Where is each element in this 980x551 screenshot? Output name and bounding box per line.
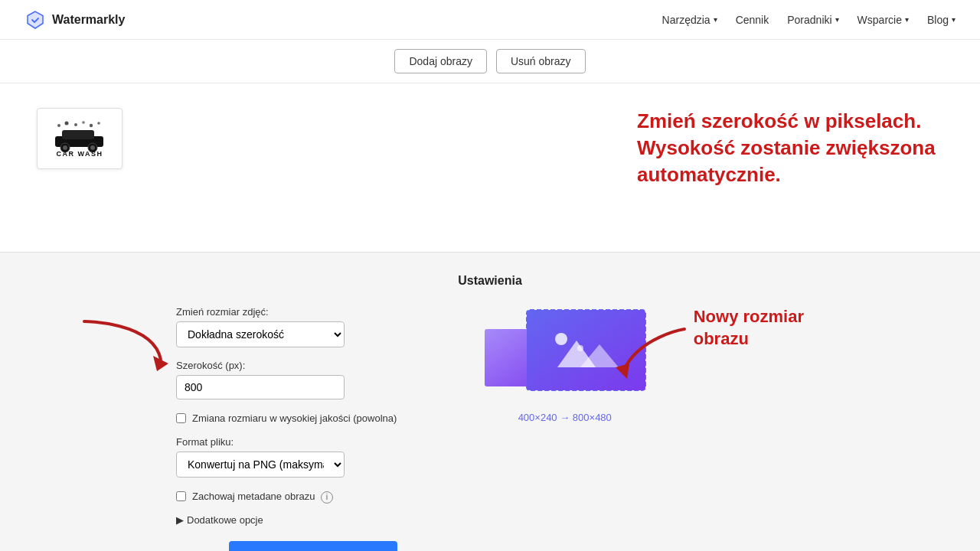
metadata-label: Zachowaj metadane obrazu i	[192, 490, 333, 504]
nav-cennik[interactable]: Cennik	[736, 14, 769, 26]
logo-icon	[24, 9, 46, 31]
image-preview: CAR WASH	[37, 108, 122, 169]
resize-type-group: Zmień rozmiar zdjęć: Dokładna szerokośćD…	[176, 306, 450, 347]
main-hint: Zmień szerokość w pikselach. Wysokość zo…	[637, 108, 943, 188]
resize-dimensions: 400×240 → 800×480	[481, 412, 649, 423]
resize-type-select[interactable]: Dokładna szerokośćDokładna wysokośćDopas…	[176, 321, 345, 347]
arrow-to-image	[616, 321, 692, 383]
new-size-label: Nowy rozmiar obrazu	[694, 306, 804, 350]
add-images-button[interactable]: Dodaj obrazy	[394, 49, 487, 73]
format-group: Format pliku: Konwertuj na PNG (maksymal…	[176, 436, 450, 478]
settings-title: Ustawienia	[0, 274, 980, 288]
settings-right: 400×240 → 800×480 Nowy rozmiar obrazu	[481, 306, 804, 423]
width-label: Szerokość (px):	[176, 360, 450, 371]
hq-checkbox[interactable]	[176, 413, 186, 423]
format-label: Format pliku:	[176, 436, 450, 448]
additional-options-toggle[interactable]: ▶ Dodatkowe opcje	[176, 514, 450, 526]
main-top: CAR WASH Zmień szerokość w pikselach. Wy…	[0, 83, 980, 252]
svg-marker-23	[616, 364, 629, 379]
settings-form: Zmień rozmiar zdjęć: Dokładna szerokośćD…	[176, 306, 450, 551]
settings-section: Ustawienia Zmień rozmiar zdjęć: Dokładna…	[0, 252, 980, 551]
svg-point-2	[65, 122, 69, 126]
metadata-checkbox[interactable]	[176, 491, 186, 501]
nav-poradniki[interactable]: Poradniki ▾	[787, 14, 838, 26]
chevron-down-icon: ▾	[905, 15, 909, 24]
nav-blog[interactable]: Blog ▾	[927, 14, 956, 26]
nav: Narzędzia ▾ Cennik Poradniki ▾ Wsparcie …	[662, 14, 956, 26]
logo[interactable]: Watermarkly	[24, 9, 125, 31]
car-wash-logo: CAR WASH	[45, 116, 114, 161]
svg-point-1	[57, 124, 60, 127]
header: Watermarkly Narzędzia ▾ Cennik Poradniki…	[0, 0, 980, 40]
nav-wsparcie[interactable]: Wsparcie ▾	[858, 14, 909, 26]
svg-point-21	[555, 333, 567, 345]
nav-narzedzia[interactable]: Narzędzia ▾	[662, 14, 717, 26]
logo-text: Watermarkly	[52, 13, 125, 27]
width-group: Szerokość (px):	[176, 360, 450, 399]
svg-rect-8	[62, 130, 94, 139]
svg-point-22	[577, 345, 583, 351]
submit-button[interactable]: Zmień rozmiar zdjęć	[229, 541, 397, 551]
svg-point-5	[90, 124, 93, 127]
arrow-to-dropdown	[77, 314, 168, 375]
chevron-down-icon: ▾	[952, 15, 956, 24]
svg-text:CAR WASH: CAR WASH	[57, 150, 103, 158]
svg-point-4	[82, 121, 85, 124]
main-hint-text: Zmień szerokość w pikselach. Wysokość zo…	[637, 108, 943, 188]
svg-point-6	[97, 122, 100, 125]
chevron-down-icon: ▾	[835, 15, 839, 24]
remove-images-button[interactable]: Usuń obrazy	[496, 49, 586, 73]
triangle-icon: ▶	[176, 514, 184, 526]
hq-label: Zmiana rozmiaru w wysokiej jakości (powo…	[192, 412, 397, 425]
hq-group: Zmiana rozmiaru w wysokiej jakości (powo…	[176, 412, 450, 425]
format-select[interactable]: Konwertuj na PNG (maksymalna jakZachowaj…	[176, 452, 345, 478]
metadata-group: Zachowaj metadane obrazu i	[176, 490, 450, 504]
settings-inner: Zmień rozmiar zdjęć: Dokładna szerokośćD…	[145, 306, 835, 551]
info-icon[interactable]: i	[321, 491, 333, 504]
new-size-info: Nowy rozmiar obrazu	[662, 306, 804, 350]
resize-type-label: Zmień rozmiar zdjęć:	[176, 306, 450, 318]
width-input[interactable]	[176, 375, 345, 399]
svg-point-3	[74, 123, 77, 126]
toolbar: Dodaj obrazy Usuń obrazy	[0, 40, 980, 83]
chevron-down-icon: ▾	[714, 15, 717, 24]
